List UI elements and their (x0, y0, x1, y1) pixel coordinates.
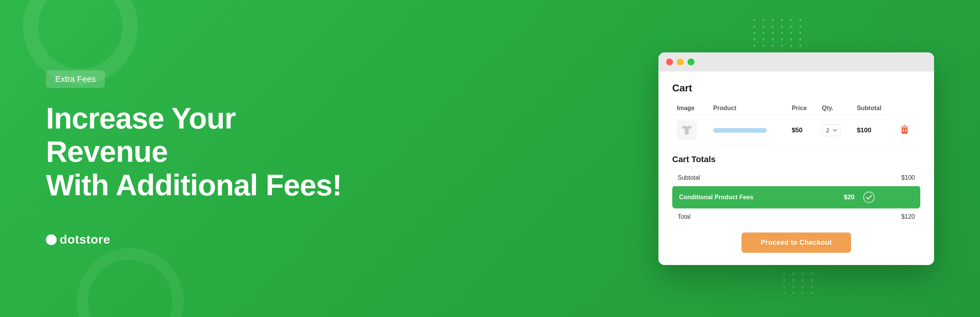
browser-titlebar (658, 52, 934, 72)
checkout-btn-wrapper: Proceed to Checkout (672, 232, 920, 253)
subtotal-cell: $100 (852, 115, 894, 146)
background: Extra Fees Increase Your Revenue With Ad… (0, 0, 980, 317)
col-header-subtotal: Subtotal (852, 102, 894, 115)
fees-check-icon (863, 192, 875, 203)
shirt-icon (680, 124, 693, 137)
cart-table: Image Product Price Qty. Subtotal (672, 102, 920, 146)
col-header-price: Price (787, 102, 817, 115)
svg-rect-1 (903, 125, 906, 126)
dot-pattern-tr (753, 19, 804, 47)
proceed-to-checkout-button[interactable]: Proceed to Checkout (742, 232, 851, 253)
headline: Increase Your Revenue With Additional Fe… (46, 102, 345, 202)
totals-table: Subtotal $100 Conditional Product Fees $… (672, 170, 920, 225)
dotstore-text-plain: dot (60, 232, 79, 246)
deco-circle-bl (77, 248, 184, 317)
price-value: $50 (792, 127, 802, 134)
left-content: Extra Fees Increase Your Revenue With Ad… (46, 70, 345, 247)
table-row: $50 2 1 3 $100 (672, 115, 920, 146)
col-header-product: Product (709, 102, 787, 115)
dotstore-wordmark: dotstore (60, 232, 110, 247)
dot-pattern-br (783, 273, 815, 294)
col-header-qty: Qty. (817, 102, 852, 115)
fees-amount: $20 (844, 193, 854, 201)
dotstore-dot-icon (46, 234, 57, 245)
fees-label: Conditional Product Fees (679, 194, 753, 200)
qty-cell: 2 1 3 (817, 115, 852, 146)
total-amount: $120 (837, 208, 920, 225)
subtotal-amount: $100 (837, 170, 920, 186)
dotstore-text-bold: store (79, 232, 110, 246)
svg-rect-4 (905, 129, 906, 132)
subtotal-value: $100 (857, 127, 871, 134)
browser-window: Cart Image Product Price Qty. Subtotal (658, 52, 934, 265)
headline-line2: With Additional Fees! (46, 168, 342, 202)
cart-totals-title: Cart Totals (672, 154, 920, 164)
fees-td-right: $20 (844, 192, 913, 203)
product-name-bar (713, 128, 767, 133)
product-image-cell (672, 115, 709, 146)
extra-fees-badge: Extra Fees (46, 70, 105, 88)
dotstore-logo: dotstore (46, 232, 345, 247)
total-label: Total (672, 208, 837, 225)
delete-button[interactable] (899, 123, 910, 137)
delete-cell (894, 115, 920, 146)
col-header-image: Image (672, 102, 709, 115)
subtotal-label: Subtotal (672, 170, 837, 186)
qty-select[interactable]: 2 1 3 (822, 124, 841, 136)
subtotal-row: Subtotal $100 (672, 170, 920, 186)
cart-title: Cart (672, 82, 920, 94)
trash-icon (900, 125, 909, 135)
traffic-light-yellow[interactable] (677, 59, 684, 65)
headline-line1: Increase Your Revenue (46, 101, 236, 168)
traffic-light-green[interactable] (688, 59, 694, 65)
browser-content: Cart Image Product Price Qty. Subtotal (658, 72, 934, 265)
svg-rect-0 (901, 127, 908, 127)
product-image-placeholder (677, 120, 697, 140)
svg-rect-3 (903, 129, 904, 132)
total-row: Total $120 (672, 208, 920, 225)
price-cell: $50 (787, 115, 817, 146)
svg-rect-2 (902, 128, 908, 134)
product-name-cell (709, 115, 787, 146)
traffic-light-red[interactable] (666, 59, 673, 65)
fees-row: Conditional Product Fees $20 (672, 186, 920, 208)
